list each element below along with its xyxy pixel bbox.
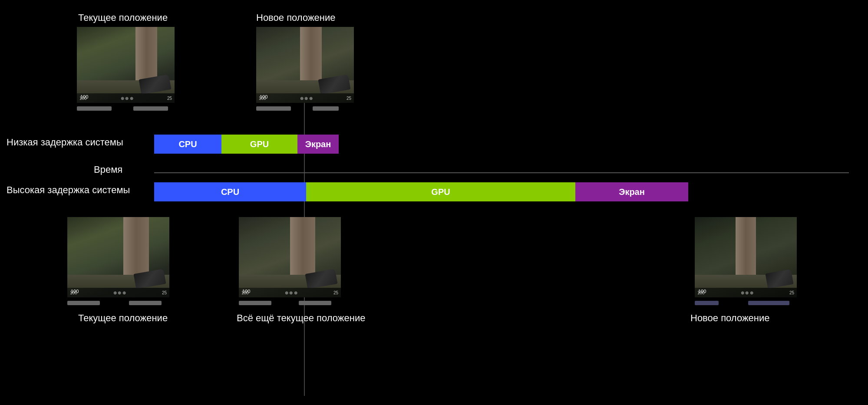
- hud-bottom-right: 100 ⊕ ⊕ ⊕ 25: [695, 288, 797, 297]
- timeline-line: [154, 172, 849, 173]
- screenshot-top-right: 100 ⊕ ⊕ ⊕ 25: [256, 27, 354, 103]
- label-new-bottom: Новое положение: [690, 313, 770, 324]
- hud-bottom-left: 100 ⊕ ⊕ ⊕ 25: [67, 288, 169, 297]
- bar-cpu-high: CPU: [154, 182, 306, 201]
- hud-top-left: 100 ⊕ ⊕ ⊕ 25: [77, 93, 175, 103]
- bar-cpu-low: CPU: [154, 135, 221, 154]
- label-high-latency: Высокая задержка системы: [7, 184, 130, 196]
- screenshot-bottom-left: 100 ⊕ ⊕ ⊕ 25: [67, 217, 169, 297]
- indicator-tl-1: [77, 106, 112, 111]
- hud-top-right: 100 ⊕ ⊕ ⊕ 25: [256, 93, 354, 103]
- indicator-bm-2: [299, 301, 331, 305]
- bar-screen-high: Экран: [575, 182, 688, 201]
- screenshot-top-left: 100 ⊕ ⊕ ⊕ 25: [77, 27, 175, 103]
- bar-screen-low: Экран: [297, 135, 339, 154]
- indicator-tr-2: [313, 106, 339, 111]
- time-label: Время: [94, 164, 122, 175]
- indicator-br-2: [748, 301, 789, 305]
- hud-bottom-middle: 100 ⊕ ⊕ ⊕ 25: [239, 288, 341, 297]
- indicator-tr-1: [256, 106, 291, 111]
- label-new-top: Новое положение: [256, 12, 336, 23]
- label-current-bottom: Текущее положение: [78, 313, 168, 324]
- screenshot-bottom-right: 100 ⊕ ⊕ ⊕ 25: [695, 217, 797, 297]
- screenshot-bottom-middle: 100 ⊕ ⊕ ⊕ 25: [239, 217, 341, 297]
- main-container: Текущее положение Новое положение 100 ⊕ …: [0, 0, 868, 405]
- label-current-top: Текущее положение: [78, 12, 168, 23]
- indicator-bm-1: [239, 301, 271, 305]
- indicator-tl-2: [133, 106, 168, 111]
- bar-gpu-low: GPU: [221, 135, 297, 154]
- indicator-bl-1: [67, 301, 100, 305]
- bar-gpu-high: GPU: [306, 182, 575, 201]
- label-still-current: Всё ещё текущее положение: [237, 313, 365, 324]
- indicator-bl-2: [129, 301, 162, 305]
- label-low-latency: Низкая задержка системы: [7, 137, 123, 148]
- indicator-br-1: [695, 301, 719, 305]
